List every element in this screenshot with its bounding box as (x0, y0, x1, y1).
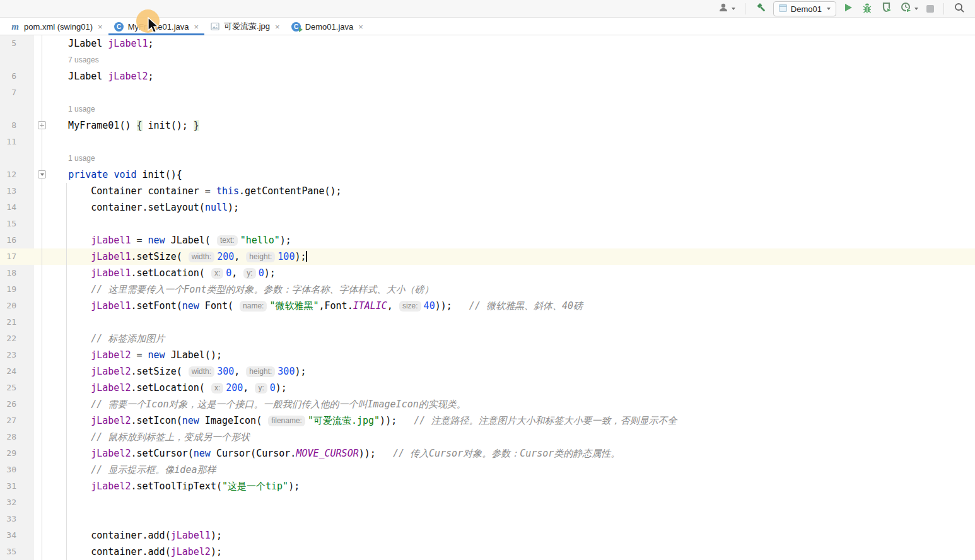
line-number: 17 (0, 248, 16, 265)
code-text: MyFrame01() { init(); } (45, 117, 199, 134)
code-line[interactable]: 13 Container container = this.getContent… (0, 183, 975, 199)
code-text: JLabel jLabel2; (45, 68, 154, 85)
fold-collapse-icon[interactable] (38, 170, 46, 178)
image-file-icon (210, 21, 220, 32)
code-line[interactable]: 14 container.setLayout(null); (0, 199, 975, 216)
code-line[interactable]: 34 container.add(jLabel1); (0, 527, 975, 544)
code-line[interactable]: 30 // 显示提示框。像idea那样 (0, 462, 975, 478)
tab-pom.xml (swing01)[interactable]: mpom.xml (swing01)× (4, 18, 108, 35)
code-line[interactable]: 31 jLabel2.setToolTipText("这是一个tip"); (0, 478, 975, 494)
line-number: 25 (0, 380, 16, 396)
usages-inlay-row[interactable]: 1 usage (0, 101, 975, 117)
tab-Demo01.java[interactable]: CDemo01.java× (286, 18, 369, 35)
stop-icon (926, 5, 934, 13)
code-line[interactable]: 12 private void init(){ (0, 166, 975, 183)
code-line[interactable]: 21 (0, 314, 975, 330)
search-icon (954, 2, 965, 16)
run-with-coverage-button[interactable] (880, 2, 894, 16)
line-number: 32 (0, 494, 16, 511)
close-tab-icon[interactable]: × (275, 22, 280, 32)
code-line[interactable]: 18 jLabel1.setLocation( x:0, y:0); (0, 265, 975, 281)
code-line[interactable]: 27 jLabel2.setIcon(new ImageIcon( filena… (0, 412, 975, 429)
user-icon (718, 3, 729, 15)
line-number: 19 (0, 281, 16, 298)
debug-button[interactable] (860, 2, 874, 16)
code-text: container.setLayout(null); (45, 199, 239, 216)
code-text: jLabel2 = new JLabel(); (45, 347, 222, 363)
line-number: 26 (0, 396, 16, 412)
line-number: 29 (0, 445, 16, 462)
code-line[interactable]: 5 JLabel jLabel1; (0, 35, 975, 52)
code-line[interactable]: 25 jLabel2.setLocation( x:200, y:0); (0, 380, 975, 396)
code-line[interactable]: 11 (0, 134, 975, 150)
code-line[interactable]: 26 // 需要一个Icon对象，这是一个接口。一般我们传入他的一个叫Image… (0, 396, 975, 412)
code-line[interactable]: 29 jLabel2.setCursor(new Cursor(Cursor.M… (0, 445, 975, 462)
run-config-combo[interactable]: Demo01 (773, 1, 836, 16)
usages-hint[interactable]: 1 usage (68, 101, 95, 117)
parameter-hint: height: (246, 366, 275, 377)
code-line[interactable]: 8 MyFrame01() { init(); } (0, 117, 975, 134)
parameter-hint: height: (246, 252, 275, 262)
tab-可爱流萤.jpg[interactable]: 可爱流萤.jpg× (204, 18, 286, 35)
editor[interactable]: 5 JLabel jLabel1;7 usages6 JLabel jLabel… (0, 35, 975, 560)
code-line[interactable]: 6 JLabel jLabel2; (0, 68, 975, 85)
tab-label: pom.xml (swing01) (24, 22, 93, 32)
line-number: 18 (0, 265, 16, 281)
line-number: 24 (0, 363, 16, 380)
code-text: jLabel2.setLocation( x:200, y:0); (45, 380, 287, 396)
code-line[interactable]: 7 (0, 85, 975, 101)
parameter-hint: size: (399, 301, 421, 312)
close-tab-icon[interactable]: × (194, 22, 199, 32)
build-button[interactable] (754, 2, 768, 16)
usages-inlay-row[interactable]: 1 usage (0, 150, 975, 166)
line-number: 12 (0, 166, 16, 183)
toolbar-divider (943, 3, 944, 15)
code-line[interactable]: 22 // 标签添加图片 (0, 330, 975, 347)
code-text: jLabel2.setToolTipText("这是一个tip"); (45, 478, 300, 494)
code-line[interactable]: 23 jLabel2 = new JLabel(); (0, 347, 975, 363)
code-line[interactable]: 17 jLabel1.setSize( width:200, height:10… (0, 248, 975, 265)
usages-hint[interactable]: 1 usage (68, 150, 95, 166)
code-line[interactable]: 20 jLabel1.setFont(new Font( name:"微软雅黑"… (0, 298, 975, 314)
usages-hint[interactable]: 7 usages (68, 52, 99, 68)
line-number: 13 (0, 183, 16, 199)
code-line[interactable]: 28 // 鼠标放到标签上，变成另一个形状 (0, 429, 975, 445)
fold-expand-icon[interactable] (38, 121, 46, 129)
indent-guide (66, 183, 67, 560)
parameter-hint: y: (243, 268, 255, 279)
mouse-cursor-icon (147, 17, 162, 37)
close-tab-icon[interactable]: × (358, 22, 363, 32)
code-line[interactable]: 32 (0, 494, 975, 511)
search-everywhere-button[interactable] (952, 2, 966, 16)
parameter-hint: x: (211, 383, 223, 394)
run-button[interactable] (842, 2, 855, 16)
close-tab-icon[interactable]: × (98, 22, 103, 32)
line-number: 31 (0, 478, 16, 494)
usages-inlay-row[interactable]: 7 usages (0, 52, 975, 68)
parameter-hint: y: (255, 383, 267, 394)
code-line[interactable]: 15 (0, 216, 975, 232)
code-line[interactable]: 35 container.add(jLabel2); (0, 544, 975, 560)
code-text: JLabel jLabel1; (45, 35, 154, 52)
stop-button[interactable] (925, 2, 935, 16)
line-number: 34 (0, 527, 16, 544)
profiler-button[interactable] (899, 2, 920, 16)
profiler-icon (901, 2, 912, 16)
code-line[interactable]: 33 (0, 511, 975, 527)
line-number: 21 (0, 314, 16, 330)
run-with-coverage-icon (881, 2, 892, 16)
user-profile-button[interactable] (716, 2, 737, 16)
java-class-icon: C (114, 21, 124, 32)
code-line[interactable]: 19 // 这里需要传入一个Font类型的对象。参数：字体名称、字体样式、大小（… (0, 281, 975, 298)
line-number: 27 (0, 412, 16, 429)
gutter-separator (42, 35, 42, 560)
code-text: jLabel1.setFont(new Font( name:"微软雅黑",Fo… (45, 298, 583, 314)
line-number: 30 (0, 462, 16, 478)
code-text: container.add(jLabel1); (45, 527, 222, 544)
code-text: jLabel2.setCursor(new Cursor(Cursor.MOVE… (45, 445, 620, 462)
code-text: jLabel1.setLocation( x:0, y:0); (45, 265, 276, 281)
parameter-hint: x: (211, 268, 223, 279)
code-line[interactable]: 16 jLabel1 = new JLabel( text:"hello"); (0, 232, 975, 248)
code-line[interactable]: 24 jLabel2.setSize( width:300, height:30… (0, 363, 975, 380)
code-text: // 显示提示框。像idea那样 (45, 462, 216, 478)
